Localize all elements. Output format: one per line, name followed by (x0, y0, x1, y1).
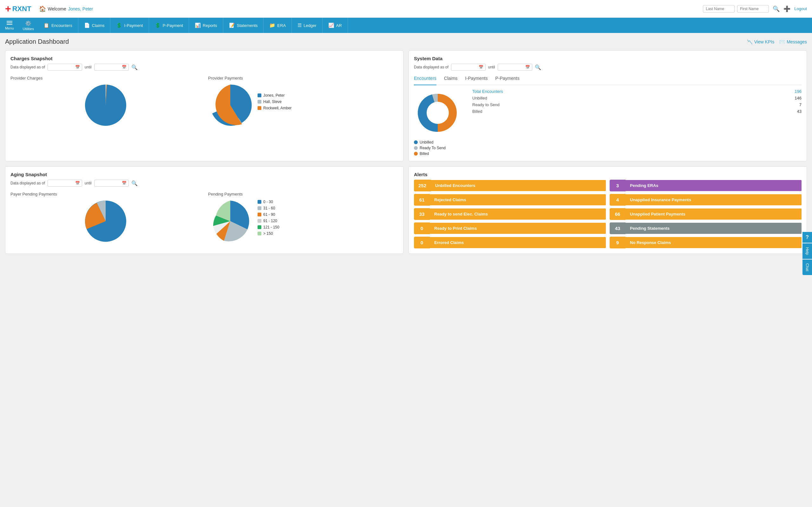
nav-ledger-label: Ledger (304, 23, 316, 28)
alert-label-ready-print: Ready to Print Claims (430, 223, 606, 234)
alert-count-unapplied-pat: 66 (610, 208, 625, 220)
system-date-from[interactable]: 01/01/2019 📅 (451, 64, 486, 71)
nav-item-statements[interactable]: 📝 Statements (223, 18, 264, 33)
alert-count-unbilled: 252 (414, 180, 431, 191)
tab-ppayments[interactable]: P-Payments (495, 76, 519, 82)
legend-label-121-150: 121 - 150 (263, 225, 280, 229)
utilities-button[interactable]: ⚙️ Utilities (19, 18, 38, 33)
search-icon[interactable]: 🔍 (773, 5, 780, 12)
system-data-title: System Data (414, 56, 802, 61)
alert-errored-claims[interactable]: 0 Errored Claims (414, 237, 606, 248)
menu-button[interactable]: Menu (0, 17, 19, 34)
legend-31-60: 31 - 60 (258, 206, 280, 210)
charges-date-from-input[interactable]: 01/01/2019 (50, 65, 74, 69)
legend-label-ready-to-send: Ready To Send (420, 146, 446, 150)
legend-billed: Billed (414, 152, 465, 156)
alert-pending-eras[interactable]: 3 Pending ERAs (610, 180, 802, 191)
utilities-label: Utilities (23, 27, 34, 31)
charges-date-from[interactable]: 01/01/2019 📅 (48, 64, 82, 71)
tab-encounters[interactable]: Encounters (414, 76, 437, 85)
first-name-input[interactable] (737, 5, 769, 13)
nav-era-label: ERA (277, 23, 286, 28)
messages-label: Messages (786, 39, 807, 44)
legend-label-hall: Hall, Steve (263, 100, 282, 104)
hamburger-icon (7, 21, 12, 25)
aging-date-from[interactable]: 01/01/2019 📅 (48, 180, 82, 187)
nav-item-claims[interactable]: 📄 Claims (78, 18, 111, 33)
stat-ready-to-send: Ready to Send 7 (472, 102, 802, 107)
alert-label-statements: Pending Statements (625, 223, 802, 234)
alert-unbilled-encounters[interactable]: 252 Unbilled Encounters (414, 180, 606, 191)
nav-item-ppayment[interactable]: 💲 P-Payment (149, 18, 189, 33)
nav-item-reports[interactable]: 📊 Reports (189, 18, 223, 33)
legend-ready-to-send: Ready To Send (414, 146, 465, 150)
legend-color-ready-to-send (414, 146, 418, 150)
alert-ready-to-print[interactable]: 0 Ready to Print Claims (414, 222, 606, 234)
system-search-button[interactable]: 🔍 (535, 64, 541, 70)
billed-stat-value: 43 (797, 109, 802, 114)
calendar-icon-2: 📅 (122, 65, 126, 69)
add-icon[interactable]: ➕ (783, 5, 791, 12)
home-icon: 🏠 (39, 5, 46, 12)
system-stats: Total Encounters 196 Unbilled 146 Ready … (465, 89, 802, 156)
charges-search-button[interactable]: 🔍 (131, 64, 138, 70)
stat-billed: Billed 43 (472, 109, 802, 114)
calendar-icon-6: 📅 (122, 181, 126, 185)
legend-91-120: 91 - 120 (258, 219, 280, 223)
aging-date-to[interactable]: 09/26/2019 📅 (94, 180, 129, 187)
encounters-icon: 📋 (44, 22, 49, 28)
nav-item-era[interactable]: 📁 ERA (264, 18, 292, 33)
help-question-button[interactable]: ? (803, 232, 812, 243)
messages-button[interactable]: ✉️ Messages (779, 39, 807, 44)
charges-date-to[interactable]: 09/26/2019 📅 (94, 64, 129, 71)
ledger-icon: ☰ (298, 22, 302, 28)
tab-ipayments[interactable]: I-Payments (465, 76, 488, 82)
nav-item-encounters[interactable]: 📋 Encounters (38, 18, 78, 33)
alert-label-unbilled: Unbilled Encounters (431, 180, 606, 191)
aging-date-to-input[interactable]: 09/26/2019 (96, 181, 120, 185)
system-date-to[interactable]: 09/27/2019 📅 (498, 64, 532, 71)
view-kpis-button[interactable]: 📉 View KPIs (747, 39, 774, 44)
logo: + RXNT (5, 3, 32, 14)
system-date-from-input[interactable]: 01/01/2019 (453, 65, 477, 69)
charges-date-to-input[interactable]: 09/26/2019 (96, 65, 120, 69)
nav-claims-label: Claims (92, 23, 105, 28)
alerts-content: 252 Unbilled Encounters 61 Rejected Clai… (414, 180, 802, 248)
welcome-label: Welcome (48, 6, 66, 11)
calendar-icon-5: 📅 (75, 181, 80, 185)
legend-color-61-90 (258, 213, 261, 216)
alert-unapplied-patient[interactable]: 66 Unapplied Patient Payments (610, 208, 802, 220)
nav-item-ar[interactable]: 📈 AR (322, 18, 348, 33)
nav-ppayment-label: P-Payment (163, 23, 183, 28)
aging-date-label: Data displayed as of (10, 181, 45, 185)
tab-claims[interactable]: Claims (444, 76, 458, 82)
alert-label-no-response: No Response Claims (625, 237, 802, 248)
provider-charges-pie (84, 83, 128, 127)
alert-rejected-claims[interactable]: 61 Rejected Claims (414, 194, 606, 206)
user-name-link[interactable]: Jones, Peter (68, 6, 93, 11)
alert-count-unapplied-ins: 4 (610, 194, 625, 206)
aging-date-from-input[interactable]: 01/01/2019 (50, 181, 74, 185)
alert-unapplied-insurance[interactable]: 4 Unapplied Insurance Payments (610, 194, 802, 206)
page-title: Application Dashboard (5, 38, 69, 45)
legend-item-rockwell: Rockwell, Amber (258, 106, 292, 110)
alert-label-rejected: Rejected Claims (430, 194, 606, 205)
menu-label: Menu (5, 26, 14, 30)
nav-item-ipayment[interactable]: 💲 I-Payment (110, 18, 149, 33)
aging-search-button[interactable]: 🔍 (131, 180, 138, 186)
total-encounters-value[interactable]: 196 (795, 89, 802, 94)
alert-no-response[interactable]: 9 No Response Claims (610, 237, 802, 248)
last-name-input[interactable] (703, 5, 734, 13)
alert-count-errored: 0 (414, 237, 430, 248)
alert-pending-statements[interactable]: 43 Pending Statements (610, 222, 802, 234)
messages-icon: ✉️ (779, 39, 785, 44)
logout-button[interactable]: Logout (794, 6, 807, 11)
system-date-to-input[interactable]: 09/27/2019 (500, 65, 524, 69)
nav-item-ledger[interactable]: ☰ Ledger (292, 18, 322, 33)
alerts-card: Alerts 252 Unbilled Encounters 61 Reject… (409, 166, 807, 254)
statements-icon: 📝 (229, 22, 235, 28)
total-encounters-label[interactable]: Total Encounters (472, 89, 503, 94)
alert-ready-to-send-elec[interactable]: 33 Ready to send Elec. Claims (414, 208, 606, 220)
charges-until-label: until (85, 65, 92, 69)
help-button[interactable]: Help (803, 243, 812, 259)
